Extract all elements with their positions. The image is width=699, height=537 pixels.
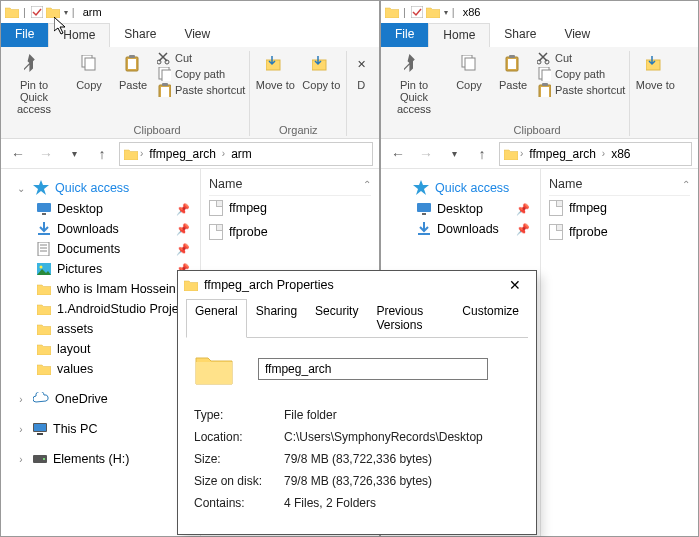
pin-to-quick-access-button[interactable]: Pin to Quick access — [387, 51, 441, 115]
expand-icon[interactable]: › — [15, 424, 27, 435]
nav-onedrive[interactable]: ›OneDrive — [1, 389, 200, 409]
nav-folder[interactable]: assets — [1, 319, 200, 339]
nav-folder[interactable]: 1.AndroidStudio Proje — [1, 299, 200, 319]
nav-pictures[interactable]: Pictures📌 — [1, 259, 200, 279]
file-menu[interactable]: File — [1, 23, 48, 47]
clipboard-group-label: Clipboard — [134, 124, 181, 136]
pin-icon: 📌 — [516, 203, 530, 216]
collapse-icon[interactable]: ⌄ — [15, 183, 27, 194]
paste-shortcut-button[interactable]: Paste shortcut — [537, 83, 625, 97]
close-button[interactable]: ✕ — [500, 274, 530, 296]
check-icon[interactable] — [30, 5, 44, 19]
breadcrumb[interactable]: arm — [227, 145, 256, 163]
cut-button[interactable]: Cut — [157, 51, 245, 65]
tab-sharing[interactable]: Sharing — [247, 299, 306, 337]
folder-name-input[interactable] — [258, 358, 488, 380]
expand-icon[interactable]: › — [15, 454, 27, 465]
recent-dropdown[interactable]: ▾ — [63, 143, 85, 165]
column-name[interactable]: Name — [549, 177, 582, 191]
breadcrumb[interactable]: ffmpeg_arch — [145, 145, 220, 163]
address-box[interactable]: › ffmpeg_arch › arm — [119, 142, 373, 166]
copy-to-button[interactable]: Copy to — [300, 51, 342, 91]
tab-view[interactable]: View — [170, 23, 224, 47]
pictures-icon — [37, 263, 51, 275]
nav-downloads[interactable]: Downloads📌 — [381, 219, 540, 239]
chevron-right-icon: › — [222, 148, 225, 159]
nav-folder[interactable]: who is Imam Hossein — [1, 279, 200, 299]
tab-previous-versions[interactable]: Previous Versions — [367, 299, 453, 337]
pin-icon — [21, 51, 47, 77]
copy-button[interactable]: Copy — [449, 51, 489, 91]
sort-icon[interactable]: ⌃ — [363, 179, 371, 190]
tab-share[interactable]: Share — [110, 23, 170, 47]
breadcrumb[interactable]: x86 — [607, 145, 634, 163]
breadcrumb[interactable]: ffmpeg_arch — [525, 145, 600, 163]
copy-path-button[interactable]: Copy path — [537, 67, 625, 81]
nav-quick-access[interactable]: ⌄ Quick access — [1, 177, 200, 199]
file-menu[interactable]: File — [381, 23, 428, 47]
nav-folder[interactable]: values — [1, 359, 200, 379]
list-item[interactable]: ffprobe — [549, 220, 690, 244]
check-icon[interactable] — [410, 5, 424, 19]
paste-button[interactable]: Paste — [493, 51, 533, 91]
prop-key-type: Type: — [194, 408, 274, 422]
tab-share[interactable]: Share — [490, 23, 550, 47]
copy-path-label: Copy path — [175, 68, 225, 80]
properties-titlebar[interactable]: ffmpeg_arch Properties ✕ — [178, 271, 536, 299]
move-to-button[interactable]: Move to — [634, 51, 676, 91]
tab-home[interactable]: Home — [48, 23, 110, 47]
qatoggle-icon[interactable]: ▾ — [64, 8, 68, 17]
nav-desktop[interactable]: Desktop📌 — [1, 199, 200, 219]
prop-key-disk: Size on disk: — [194, 474, 274, 488]
copy-icon — [456, 51, 482, 77]
tab-general[interactable]: General — [186, 299, 247, 338]
nav-quick-access[interactable]: Quick access — [381, 177, 540, 199]
tab-home[interactable]: Home — [428, 23, 490, 47]
titlebar[interactable]: | ▾ | arm — [1, 1, 379, 23]
copy-path-button[interactable]: Copy path — [157, 67, 245, 81]
qatoggle-icon[interactable]: ▾ — [444, 8, 448, 17]
address-box[interactable]: › ffmpeg_arch › x86 — [499, 142, 692, 166]
list-item[interactable]: ffmpeg — [549, 196, 690, 220]
folder-icon — [426, 5, 440, 19]
nav-downloads[interactable]: Downloads📌 — [1, 219, 200, 239]
recent-dropdown[interactable]: ▾ — [443, 143, 465, 165]
forward-button[interactable]: → — [35, 143, 57, 165]
ribbon: Pin to Quick access Copy Paste Cut Copy … — [1, 47, 379, 139]
delete-button[interactable]: ✕ D — [351, 51, 371, 91]
titlebar[interactable]: | ▾ | x86 — [381, 1, 698, 23]
prop-key-location: Location: — [194, 430, 274, 444]
forward-button[interactable]: → — [415, 143, 437, 165]
star-icon — [413, 180, 429, 196]
copy-path-label: Copy path — [555, 68, 605, 80]
menubar: File Home Share View — [1, 23, 379, 47]
nav-item-label: assets — [57, 322, 93, 336]
pin-to-quick-access-button[interactable]: Pin to Quick access — [7, 51, 61, 115]
cut-button[interactable]: Cut — [537, 51, 625, 65]
file-list[interactable]: Name⌃ ffmpeg ffprobe — [541, 169, 698, 536]
move-to-button[interactable]: Move to — [254, 51, 296, 91]
tab-security[interactable]: Security — [306, 299, 367, 337]
nav-documents[interactable]: Documents📌 — [1, 239, 200, 259]
nav-this-pc[interactable]: ›This PC — [1, 419, 200, 439]
nav-item-label: who is Imam Hossein — [57, 282, 176, 296]
nav-item-label: 1.AndroidStudio Proje — [57, 302, 179, 316]
tab-customize[interactable]: Customize — [453, 299, 528, 337]
copy-button[interactable]: Copy — [69, 51, 109, 91]
nav-drive[interactable]: ›Elements (H:) — [1, 449, 200, 469]
scissors-icon — [157, 51, 171, 65]
tab-view[interactable]: View — [550, 23, 604, 47]
nav-desktop[interactable]: Desktop📌 — [381, 199, 540, 219]
list-item[interactable]: ffmpeg — [209, 196, 371, 220]
back-button[interactable]: ← — [7, 143, 29, 165]
list-item[interactable]: ffprobe — [209, 220, 371, 244]
nav-folder[interactable]: layout — [1, 339, 200, 359]
up-button[interactable]: ↑ — [471, 143, 493, 165]
paste-button[interactable]: Paste — [113, 51, 153, 91]
sort-icon[interactable]: ⌃ — [682, 179, 690, 190]
up-button[interactable]: ↑ — [91, 143, 113, 165]
expand-icon[interactable]: › — [15, 394, 27, 405]
back-button[interactable]: ← — [387, 143, 409, 165]
column-name[interactable]: Name — [209, 177, 242, 191]
paste-shortcut-button[interactable]: Paste shortcut — [157, 83, 245, 97]
